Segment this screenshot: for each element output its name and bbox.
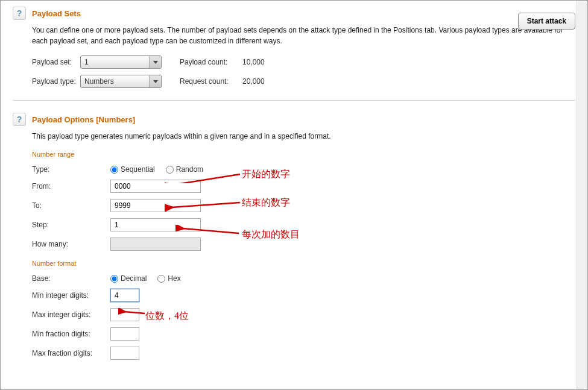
sequential-label: Sequential xyxy=(121,165,155,174)
number-range-title: Number range xyxy=(32,151,575,158)
payload-options-title: Payload Options [Numbers] xyxy=(32,115,135,124)
help-icon[interactable]: ? xyxy=(13,7,26,20)
min-int-label: Min integer digits: xyxy=(32,291,110,300)
min-int-input[interactable] xyxy=(110,289,139,302)
chevron-down-icon xyxy=(149,75,161,87)
annotation-from: 开始的数字 xyxy=(242,168,290,181)
type-label: Type: xyxy=(32,165,110,174)
annotation-step: 每次加的数目 xyxy=(242,228,300,241)
hex-label: Hex xyxy=(168,274,180,283)
payload-set-label: Payload set: xyxy=(32,58,80,66)
radio-decimal[interactable]: Decimal xyxy=(110,274,147,283)
from-label: From: xyxy=(32,182,110,190)
random-label: Random xyxy=(176,165,203,174)
help-icon[interactable]: ? xyxy=(13,113,26,126)
request-count-label: Request count: xyxy=(180,77,240,86)
from-input[interactable] xyxy=(110,180,201,193)
chevron-down-icon xyxy=(149,56,161,68)
max-frac-label: Max fraction digits: xyxy=(32,349,110,357)
payload-count-label: Payload count: xyxy=(180,58,240,66)
step-input[interactable] xyxy=(110,218,201,231)
radio-random[interactable]: Random xyxy=(166,165,203,174)
annotation-to: 结束的数字 xyxy=(242,197,290,209)
to-label: To: xyxy=(32,201,110,210)
radio-hex-input[interactable] xyxy=(157,275,165,283)
how-many-input xyxy=(110,237,201,251)
payload-sets-title: Payload Sets xyxy=(32,9,81,18)
payload-type-label: Payload type: xyxy=(32,77,80,86)
annotation-minint: 位数，4位 xyxy=(145,310,189,322)
to-input[interactable] xyxy=(110,199,201,212)
payload-set-value: 1 xyxy=(84,58,89,66)
payload-options-desc: This payload type generates numeric payl… xyxy=(32,131,575,142)
payload-set-dropdown[interactable]: 1 xyxy=(80,55,162,69)
payload-sets-section: ? Payload Sets You can define one or mor… xyxy=(13,7,575,88)
request-count-value: 20,000 xyxy=(242,77,265,86)
radio-hex[interactable]: Hex xyxy=(157,274,180,283)
scrollbar[interactable] xyxy=(577,1,587,389)
payload-count-value: 10,000 xyxy=(242,58,265,66)
decimal-label: Decimal xyxy=(121,274,147,283)
radio-sequential-input[interactable] xyxy=(110,166,118,174)
number-format-title: Number format xyxy=(32,260,575,267)
radio-random-input[interactable] xyxy=(166,166,174,174)
base-label: Base: xyxy=(32,274,110,283)
payload-type-value: Numbers xyxy=(84,77,114,86)
max-int-label: Max integer digits: xyxy=(32,310,110,319)
max-frac-input[interactable] xyxy=(110,347,139,360)
payload-sets-desc: You can define one or more payload sets.… xyxy=(32,25,575,46)
divider xyxy=(13,100,575,101)
step-label: Step: xyxy=(32,221,110,229)
min-frac-input[interactable] xyxy=(110,327,139,341)
how-many-label: How many: xyxy=(32,240,110,248)
min-frac-label: Min fraction digits: xyxy=(32,330,110,338)
start-attack-button[interactable]: Start attack xyxy=(518,13,575,30)
radio-decimal-input[interactable] xyxy=(110,275,118,283)
max-int-input[interactable] xyxy=(110,308,139,321)
radio-sequential[interactable]: Sequential xyxy=(110,165,155,174)
payload-type-dropdown[interactable]: Numbers xyxy=(80,75,162,88)
